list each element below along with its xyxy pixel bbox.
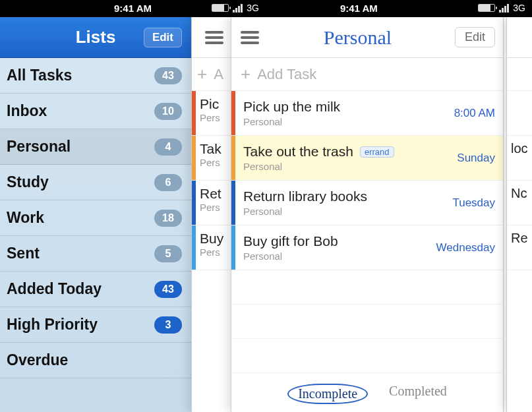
list-item[interactable]: Overdue bbox=[0, 343, 191, 378]
battery-icon bbox=[212, 4, 229, 12]
battery-icon bbox=[478, 4, 495, 12]
plus-icon: + bbox=[197, 64, 207, 84]
network-label-right: 3G bbox=[513, 3, 525, 13]
tasks-panel-right-sliver: locNcRe bbox=[506, 17, 532, 412]
task-title: Pick up the milk bbox=[243, 99, 340, 115]
list-item-label: High Priority bbox=[7, 316, 98, 334]
list-item[interactable]: Personal4 bbox=[0, 129, 191, 165]
task-row-behind[interactable]: PicPers bbox=[192, 91, 237, 136]
list-item[interactable]: Work18 bbox=[0, 200, 191, 236]
list-item-count-badge: 43 bbox=[154, 281, 182, 298]
task-row-behind[interactable]: RetPers bbox=[192, 181, 237, 225]
task-subtitle: Personal bbox=[243, 116, 446, 127]
status-time-right: 9:41 AM bbox=[340, 3, 378, 14]
list-item[interactable]: Inbox10 bbox=[0, 94, 191, 129]
statusbar-left: 9:41 AM 3G bbox=[0, 0, 266, 17]
task-subtitle: Personal bbox=[243, 250, 429, 262]
task-due: Wednesday bbox=[436, 225, 503, 270]
statusbar-right: 9:41 AM 3G bbox=[266, 0, 532, 17]
list-item-count-badge: 43 bbox=[154, 67, 182, 84]
status-network-left: 3G bbox=[212, 3, 259, 13]
status-network-right: 3G bbox=[478, 3, 525, 13]
task-subtitle: Personal bbox=[243, 206, 444, 217]
task-body: Take out the trasherrandPersonal bbox=[235, 136, 457, 180]
tasks-title: Personal bbox=[324, 26, 392, 49]
far-header bbox=[507, 17, 532, 58]
empty-row bbox=[231, 270, 503, 305]
add-task-placeholder: Add Task bbox=[257, 66, 316, 83]
lists-title: Lists bbox=[76, 27, 116, 47]
task-title: Return library books bbox=[243, 189, 367, 204]
plus-icon: + bbox=[241, 64, 251, 84]
list-item-count-badge: 5 bbox=[154, 245, 182, 262]
list-item[interactable]: Study6 bbox=[0, 165, 191, 200]
task-row-far[interactable]: Nc bbox=[507, 181, 532, 225]
lists-edit-button[interactable]: Edit bbox=[144, 28, 182, 47]
task-body: Pick up the milkPersonal bbox=[235, 91, 454, 135]
list-item-count-badge: 4 bbox=[154, 138, 182, 156]
task-row[interactable]: Pick up the milkPersonal8:00 AM bbox=[231, 91, 503, 136]
tab-incomplete[interactable]: Incomplete bbox=[287, 384, 368, 404]
lists-screen: Lists Edit All Tasks43Inbox10Personal4St… bbox=[0, 17, 191, 412]
list-item-label: Overdue bbox=[7, 351, 68, 369]
task-due: 8:00 AM bbox=[454, 91, 503, 135]
list-item-label: Work bbox=[7, 209, 44, 227]
list-item-label: All Tasks bbox=[7, 67, 72, 84]
task-title: Take out the trash bbox=[243, 144, 353, 160]
list-item-count-badge: 18 bbox=[154, 210, 182, 227]
task-due: Tuesday bbox=[452, 181, 503, 225]
list-item-label: Study bbox=[7, 173, 49, 191]
task-due: Sunday bbox=[457, 136, 503, 180]
task-row-far[interactable]: loc bbox=[507, 136, 532, 181]
list-item[interactable]: All Tasks43 bbox=[0, 58, 191, 94]
list-item[interactable]: High Priority3 bbox=[0, 307, 191, 343]
task-tag: errand bbox=[360, 146, 394, 158]
tasks-panel: Personal Edit + Add Task Pick up the mil… bbox=[231, 17, 504, 412]
list-item[interactable]: Added Today43 bbox=[0, 272, 191, 307]
task-row-far[interactable] bbox=[507, 91, 532, 136]
list-item[interactable]: Sent5 bbox=[0, 236, 191, 272]
list-item-label: Sent bbox=[7, 245, 40, 262]
menu-icon[interactable] bbox=[239, 30, 260, 45]
task-row-far[interactable]: Re bbox=[507, 225, 532, 270]
task-title: Buy gift for Bob bbox=[243, 233, 338, 249]
lists-header: Lists Edit bbox=[0, 17, 191, 58]
task-body: Return library booksPersonal bbox=[235, 181, 452, 225]
tasks-footer-tabs: Incomplete Completed bbox=[231, 384, 503, 404]
network-label-left: 3G bbox=[247, 3, 259, 13]
tasks-header: Personal Edit bbox=[231, 17, 503, 58]
list-item-label: Added Today bbox=[7, 280, 102, 298]
list-item-label: Personal bbox=[7, 138, 71, 156]
signal-icon bbox=[233, 4, 243, 13]
menu-icon[interactable] bbox=[204, 30, 225, 45]
add-task-far[interactable] bbox=[507, 58, 532, 91]
task-row[interactable]: Buy gift for BobPersonalWednesday bbox=[231, 225, 503, 270]
task-row[interactable]: Return library booksPersonalTuesday bbox=[231, 181, 503, 225]
status-time-left: 9:41 AM bbox=[114, 3, 152, 14]
task-subtitle: Personal bbox=[243, 161, 449, 172]
statusbar: 9:41 AM 3G 9:41 AM 3G bbox=[0, 0, 532, 17]
signal-icon bbox=[499, 4, 509, 13]
list-item-count-badge: 6 bbox=[154, 174, 182, 191]
task-row[interactable]: Take out the trasherrandPersonalSunday bbox=[231, 136, 503, 181]
tasks-area: + A PicPersTakPersRetPersBuyPers Persona… bbox=[191, 17, 532, 412]
list-item-count-badge: 3 bbox=[154, 316, 182, 334]
task-body: Buy gift for BobPersonal bbox=[235, 225, 436, 270]
task-row-behind[interactable]: TakPers bbox=[192, 136, 237, 181]
empty-row bbox=[231, 305, 503, 339]
task-row-behind[interactable]: BuyPers bbox=[192, 225, 237, 270]
list-item-count-badge: 10 bbox=[154, 103, 182, 120]
tab-completed[interactable]: Completed bbox=[389, 384, 447, 404]
empty-row bbox=[231, 339, 503, 373]
list-item-label: Inbox bbox=[7, 102, 47, 120]
tasks-edit-button[interactable]: Edit bbox=[455, 27, 495, 47]
add-task-behind[interactable]: + A bbox=[192, 58, 237, 91]
add-task-row[interactable]: + Add Task bbox=[231, 58, 503, 91]
